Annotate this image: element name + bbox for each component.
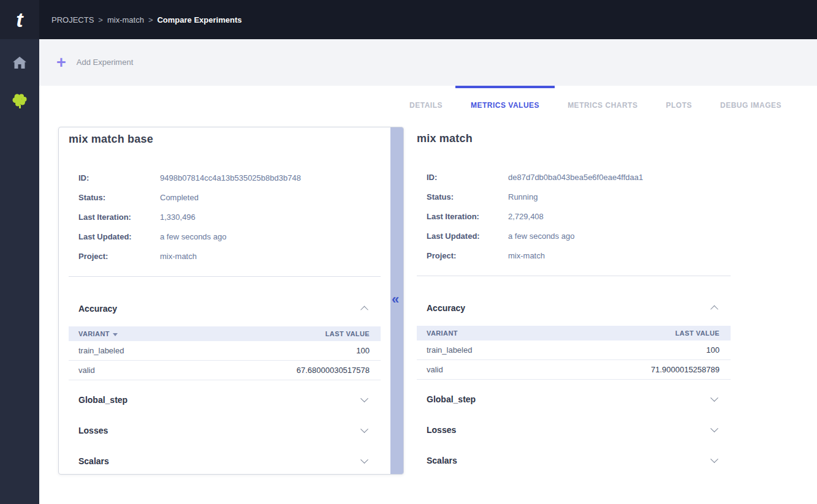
field-last-updated-label: Last Updated:: [427, 231, 508, 241]
section-losses[interactable]: Losses: [427, 425, 717, 435]
field-project-label: Project:: [427, 251, 508, 260]
variant-cell: train_labeled: [69, 341, 197, 361]
breadcrumb-separator: >: [148, 15, 153, 24]
accuracy-table-header-row: VARIANT LAST VALUE: [417, 326, 731, 340]
chevron-down-icon: [360, 425, 368, 433]
field-project: Project: mix-match: [78, 252, 381, 261]
section-accuracy-label: Accuracy: [78, 304, 117, 314]
tab-metrics-values[interactable]: METRICS VALUES: [471, 86, 539, 125]
field-id-label: ID:: [78, 173, 160, 182]
section-scalars-label: Scalars: [427, 456, 457, 465]
field-status: Status: Running: [427, 192, 731, 201]
last-value-cell: 100: [549, 340, 731, 360]
brain-icon-glyph: [10, 92, 29, 109]
tab-plots[interactable]: PLOTS: [666, 86, 692, 125]
tab-bar: DETAILS METRICS VALUES METRICS CHARTS PL…: [39, 86, 817, 125]
chevron-down-icon: [710, 455, 718, 463]
section-global-step-label: Global_step: [78, 395, 127, 405]
experiment-card-compared: mix match ID: de87d7db0ba043bea5e6f0eae4…: [417, 127, 731, 471]
section-accuracy[interactable]: Accuracy: [78, 304, 367, 314]
last-value-cell: 67.68000030517578: [197, 361, 381, 380]
breadcrumb-projects[interactable]: PROJECTS: [51, 15, 94, 24]
field-id-value: 9498b07814cc4a13b535025b8bd3b748: [160, 173, 301, 182]
table-row: valid 71.9000015258789: [417, 360, 731, 380]
column-header-variant[interactable]: VARIANT: [417, 326, 549, 340]
experiment-title: mix match base: [69, 133, 381, 146]
variant-cell: train_labeled: [417, 340, 549, 360]
field-last-iteration: Last Iteration: 1,330,496: [78, 213, 381, 222]
breadcrumb-separator: >: [98, 15, 103, 24]
section-losses[interactable]: Losses: [78, 426, 367, 435]
variant-cell: valid: [417, 360, 549, 380]
breadcrumb: PROJECTS > mix-match > Compare Experimen…: [51, 15, 241, 24]
top-bar: t PROJECTS > mix-match > Compare Experim…: [0, 0, 817, 39]
app-root: t PROJECTS > mix-match > Compare Experim…: [0, 0, 817, 504]
field-status-value: Running: [508, 192, 538, 201]
section-losses-label: Losses: [427, 425, 456, 435]
section-global-step[interactable]: Global_step: [78, 395, 367, 405]
field-project-label: Project:: [78, 252, 160, 261]
table-row: train_labeled 100: [417, 340, 731, 360]
chevron-down-icon: [360, 394, 368, 402]
chevron-up-icon: [710, 305, 718, 313]
add-experiment-label: Add Experiment: [77, 58, 134, 67]
field-last-updated: Last Updated: a few seconds ago: [78, 232, 381, 241]
table-row: train_labeled 100: [69, 341, 381, 361]
field-last-updated-value: a few seconds ago: [160, 232, 226, 241]
field-id: ID: 9498b07814cc4a13b535025b8bd3b748: [78, 173, 381, 182]
collapse-panel-button[interactable]: «: [392, 293, 399, 306]
section-global-step[interactable]: Global_step: [427, 394, 717, 404]
field-id-value: de87d7db0ba043bea5e6f0eae4ffdaa1: [508, 173, 643, 182]
experiment-info-fields: ID: de87d7db0ba043bea5e6f0eae4ffdaa1 Sta…: [427, 173, 731, 260]
field-status-label: Status:: [427, 192, 508, 201]
table-row: valid 67.68000030517578: [69, 361, 381, 380]
chevron-up-icon: [360, 306, 368, 314]
field-last-iteration-label: Last Iteration:: [78, 213, 160, 222]
add-experiment-button[interactable]: + Add Experiment: [56, 55, 133, 70]
section-accuracy[interactable]: Accuracy: [427, 303, 717, 313]
section-scalars-label: Scalars: [78, 456, 109, 466]
plus-icon: +: [56, 55, 66, 70]
column-header-last-value[interactable]: LAST VALUE: [549, 326, 731, 340]
tab-debug-images[interactable]: DEBUG IMAGES: [720, 86, 781, 125]
section-accuracy-label: Accuracy: [427, 303, 465, 313]
field-id: ID: de87d7db0ba043bea5e6f0eae4ffdaa1: [427, 173, 731, 182]
logo-letter: t: [16, 9, 23, 30]
breadcrumb-project-name[interactable]: mix-match: [107, 15, 144, 24]
card-scrollbar[interactable]: «: [390, 127, 403, 474]
experiment-card-base: mix match base ID: 9498b07814cc4a13b5350…: [58, 127, 404, 475]
field-project-value: mix-match: [160, 252, 197, 261]
field-id-label: ID:: [427, 173, 508, 182]
home-icon[interactable]: [10, 54, 29, 71]
field-last-updated: Last Updated: a few seconds ago: [427, 231, 731, 241]
main-area: + Add Experiment DETAILS METRICS VALUES …: [39, 39, 817, 504]
accuracy-table-header-row: VARIANT LAST VALUE: [69, 326, 381, 341]
experiment-card-base-content: mix match base ID: 9498b07814cc4a13b5350…: [59, 127, 390, 474]
chevron-down-icon: [710, 394, 718, 402]
section-scalars[interactable]: Scalars: [78, 456, 367, 466]
brain-icon[interactable]: [10, 92, 29, 109]
column-header-last-value[interactable]: LAST VALUE: [197, 326, 381, 341]
divider: [417, 276, 731, 276]
last-value-cell: 71.9000015258789: [549, 360, 731, 380]
experiment-title: mix match: [417, 132, 731, 145]
field-status-label: Status:: [78, 193, 160, 202]
accuracy-table: VARIANT LAST VALUE train_labeled 100 val…: [417, 326, 731, 380]
field-status: Status: Completed: [78, 193, 381, 202]
home-icon-glyph: [12, 56, 27, 69]
tab-metrics-charts[interactable]: METRICS CHARTS: [568, 86, 637, 125]
divider: [69, 276, 381, 277]
accuracy-table: VARIANT LAST VALUE train_labeled 100 val…: [69, 326, 381, 380]
sort-descending-icon: [113, 333, 118, 336]
column-header-variant-label: VARIANT: [78, 330, 110, 337]
tab-details[interactable]: DETAILS: [409, 86, 443, 125]
experiment-info-fields: ID: 9498b07814cc4a13b535025b8bd3b748 Sta…: [78, 173, 381, 261]
chevron-down-icon: [360, 456, 368, 464]
field-project-value: mix-match: [508, 251, 545, 260]
app-logo[interactable]: t: [0, 0, 39, 39]
section-scalars[interactable]: Scalars: [427, 456, 717, 465]
breadcrumb-current-page: Compare Experiments: [157, 15, 241, 24]
column-header-variant[interactable]: VARIANT: [69, 326, 197, 341]
sidebar: [0, 39, 39, 504]
field-last-iteration-value: 1,330,496: [160, 213, 196, 222]
